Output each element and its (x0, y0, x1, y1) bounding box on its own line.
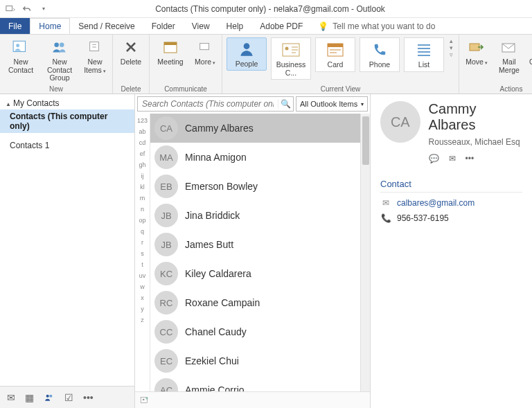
group-actions: Move ▾ Mail Merge N OneNote Actions (459, 35, 532, 94)
contact-row[interactable]: KCKiley Caldarera (150, 259, 370, 288)
tell-me[interactable]: 💡 Tell me what you want to do (311, 18, 435, 34)
group-current-view: People Business C... Card Phone List ▴▾▿… (222, 35, 459, 94)
undo-icon[interactable] (21, 3, 33, 15)
contact-row[interactable]: JBJames Butt (150, 230, 370, 259)
tab-help[interactable]: Help (218, 18, 252, 34)
contact-email-field: ✉ calbares@gmail.com (380, 198, 522, 208)
alpha-ab[interactable]: ab (139, 126, 145, 137)
view-people-button[interactable]: People (227, 37, 267, 71)
alpha-cd[interactable]: cd (139, 137, 146, 148)
contact-email[interactable]: calbares@gmail.com (397, 198, 475, 208)
svg-rect-13 (328, 44, 343, 47)
ribbon: New Contact New Contact Group New Items … (0, 35, 532, 94)
tab-view[interactable]: View (184, 18, 218, 34)
alpha-123[interactable]: 123 (137, 115, 148, 126)
search-icon[interactable]: 🔍 (278, 99, 293, 109)
scrollbar-thumb[interactable] (362, 116, 369, 165)
tab-file[interactable]: File (0, 18, 30, 34)
tab-send-receive[interactable]: Send / Receive (70, 18, 143, 34)
contact-row-name: Emerson Bowley (185, 181, 258, 192)
scrollbar[interactable] (360, 114, 370, 391)
svg-rect-7 (164, 42, 177, 45)
move-button[interactable]: Move ▾ (463, 37, 490, 66)
new-contact-group-button[interactable]: New Contact Group (43, 37, 76, 82)
email-icon[interactable]: ✉ (449, 154, 456, 163)
contact-row[interactable]: ACAmmie Corrio (150, 375, 370, 391)
new-contact-button[interactable]: New Contact (4, 37, 37, 74)
title-bar: ▾ Contacts (This computer only) - nelaka… (0, 0, 532, 18)
contact-avatar-small: KC (154, 262, 178, 285)
alpha-s[interactable]: s (141, 248, 144, 259)
chevron-down-icon: ▾ (361, 101, 364, 107)
nav-mail-icon[interactable]: ✉ (7, 392, 15, 403)
nav-folder-contacts1[interactable]: Contacts 1 (0, 139, 134, 152)
alpha-op[interactable]: op (139, 215, 145, 226)
delete-button[interactable]: Delete (117, 37, 145, 66)
mail-merge-icon (499, 37, 519, 57)
alpha-uv[interactable]: uv (139, 270, 146, 281)
nav-people-icon[interactable] (44, 393, 55, 402)
tab-adobe-pdf[interactable]: Adobe PDF (251, 18, 311, 34)
alpha-q[interactable]: q (141, 226, 144, 237)
tab-home[interactable]: Home (30, 18, 70, 34)
nav-tasks-icon[interactable]: ☑ (64, 392, 73, 403)
search-input[interactable] (138, 99, 278, 109)
contact-row-name: Jina Briddick (185, 210, 240, 221)
caret-down-icon: ▲ (6, 101, 11, 107)
qat-customize-icon[interactable] (4, 3, 17, 15)
search-scope-dropdown[interactable]: All Outlook Items ▾ (296, 96, 368, 112)
nav-section-header[interactable]: ▲My Contacts (0, 94, 134, 109)
contact-row[interactable]: EBEmerson Bowley (150, 172, 370, 201)
contact-row-name: Cammy Albares (185, 123, 254, 134)
alpha-t[interactable]: t (141, 259, 143, 270)
chat-icon[interactable]: 💬 (429, 154, 439, 163)
more-button[interactable]: More ▾ (193, 37, 218, 66)
view-list-button[interactable]: List (404, 37, 444, 72)
svg-point-21 (143, 398, 144, 400)
contact-section-title: Contact (380, 179, 522, 193)
alpha-y[interactable]: y (141, 303, 144, 314)
alpha-x[interactable]: x (141, 292, 144, 303)
view-card-button[interactable]: Card (315, 37, 355, 72)
svg-rect-8 (200, 44, 209, 50)
mail-merge-button[interactable]: Mail Merge (495, 37, 523, 74)
alpha-w[interactable]: w (140, 281, 145, 292)
alpha-ef[interactable]: ef (140, 148, 145, 159)
contact-row[interactable]: RCRoxane Campain (150, 288, 370, 317)
contact-row-name: Chanel Caudy (185, 326, 247, 337)
contact-row[interactable]: JBJina Briddick (150, 201, 370, 230)
nav-folder-contacts-local[interactable]: Contacts (This computer only) (0, 109, 134, 133)
search-box[interactable]: 🔍 (137, 96, 294, 112)
alpha-r[interactable]: r (141, 237, 143, 248)
contact-subtitle: Rousseaux, Michael Esq (429, 137, 522, 147)
nav-calendar-icon[interactable]: ▦ (25, 392, 34, 403)
quick-access-toolbar: ▾ (0, 3, 50, 15)
group-actions-label: Actions (463, 84, 532, 93)
contact-row[interactable]: ECEzekiel Chui (150, 346, 370, 375)
contact-row[interactable]: CACammy Albares (150, 114, 370, 143)
alpha-z[interactable]: z (141, 314, 144, 326)
group-delete-label: Delete (117, 84, 145, 93)
view-business-card-button[interactable]: Business C... (271, 37, 311, 80)
add-contact-icon[interactable] (139, 396, 150, 405)
svg-rect-5 (90, 42, 99, 51)
onenote-button[interactable]: N OneNote (529, 37, 532, 66)
envelope-icon: ✉ (380, 198, 391, 208)
alpha-kl[interactable]: kl (140, 181, 145, 193)
alpha-m[interactable]: m (140, 193, 145, 204)
view-phone-button[interactable]: Phone (360, 37, 400, 72)
more-actions-icon[interactable]: ••• (466, 154, 475, 163)
new-contact-group-icon (50, 37, 69, 57)
meeting-button[interactable]: Meeting (154, 37, 187, 66)
contact-avatar-small: RC (154, 291, 178, 314)
contact-row[interactable]: MAMinna Amigon (150, 143, 370, 172)
new-items-button[interactable]: New Items ▾ (82, 37, 108, 74)
tab-folder[interactable]: Folder (143, 18, 184, 34)
view-gallery-scroll[interactable]: ▴▾▿ (448, 37, 454, 58)
contact-row[interactable]: CCChanel Caudy (150, 317, 370, 346)
nav-more-icon[interactable]: ••• (83, 392, 94, 403)
alpha-gh[interactable]: gh (139, 159, 145, 170)
alpha-n[interactable]: n (141, 204, 144, 215)
qat-dropdown-icon[interactable]: ▾ (37, 3, 50, 15)
alpha-ij[interactable]: ij (141, 170, 144, 181)
